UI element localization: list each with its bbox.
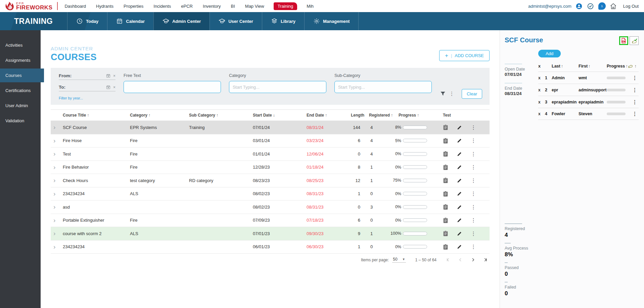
participant-row[interactable]: x 4 Fowler Steven ⋮ bbox=[538, 108, 639, 120]
expand-row-icon[interactable]: › bbox=[51, 125, 63, 130]
sidebar-item-user-admin[interactable]: User Admin bbox=[0, 99, 41, 113]
participant-menu-icon[interactable]: ⋮ bbox=[628, 87, 639, 93]
add-course-button[interactable]: + | ADD COURSE bbox=[439, 50, 490, 61]
course-row[interactable]: › Test Fire 01/01/24 12/06/24 0 4 0% ⋮ bbox=[51, 147, 490, 161]
col-sub-category[interactable]: Sub Category↑ bbox=[189, 113, 253, 118]
sidebar-item-validation[interactable]: Validation bbox=[0, 114, 41, 128]
test-clipboard-icon[interactable] bbox=[443, 177, 448, 183]
col-start-date[interactable]: Start Date↓ bbox=[253, 113, 307, 118]
col-end-date[interactable]: End Date↑ bbox=[307, 113, 350, 118]
expand-row-icon[interactable]: › bbox=[51, 151, 63, 156]
user-email[interactable]: admintst@eprsys.com bbox=[528, 4, 571, 9]
next-page-button[interactable] bbox=[470, 257, 476, 263]
filter-menu-icon[interactable]: ⋮ bbox=[449, 91, 454, 97]
category-input[interactable] bbox=[229, 81, 326, 93]
first-page-button[interactable] bbox=[445, 257, 451, 263]
from-date-field[interactable]: From: × bbox=[59, 73, 116, 80]
participant-row[interactable]: x 3 eprapiadmin eprapiadmin ⋮ bbox=[538, 96, 639, 108]
sidebar-item-courses[interactable]: Courses bbox=[0, 69, 44, 82]
test-clipboard-icon[interactable] bbox=[443, 230, 448, 236]
edit-pencil-icon[interactable] bbox=[457, 178, 462, 183]
participant-menu-icon[interactable]: ⋮ bbox=[628, 99, 639, 105]
edit-pencil-icon[interactable] bbox=[457, 165, 462, 170]
home-icon[interactable] bbox=[610, 2, 617, 10]
expand-row-icon[interactable]: › bbox=[51, 191, 63, 196]
row-menu-icon[interactable]: ⋮ bbox=[471, 177, 476, 184]
last-page-button[interactable] bbox=[482, 257, 488, 263]
epr-fireworks-logo[interactable]: EPR FIREWORKS bbox=[5, 1, 52, 11]
logout-button[interactable]: Log Out bbox=[623, 4, 639, 9]
expand-row-icon[interactable]: › bbox=[51, 231, 63, 236]
filter-by-year-link[interactable]: Filter by year... bbox=[59, 96, 116, 100]
calendar-icon[interactable] bbox=[106, 74, 110, 78]
col-first[interactable]: First↑ bbox=[579, 64, 607, 69]
edit-pencil-icon[interactable] bbox=[457, 231, 462, 236]
course-row[interactable]: › Portable Extinguisher Fire 07/09/23 07… bbox=[51, 214, 490, 227]
top-nav-item[interactable]: Dashboard bbox=[64, 3, 87, 10]
pdf-export-icon[interactable]: PDF bbox=[619, 36, 628, 45]
top-nav-item[interactable]: BI bbox=[230, 3, 236, 10]
col-last[interactable]: Last↑ bbox=[552, 64, 579, 69]
course-row[interactable]: › asd 08/02/23 08/31/23 0 3 0% ⋮ bbox=[51, 201, 490, 214]
module-tab-today[interactable]: Today bbox=[67, 12, 107, 30]
expand-row-icon[interactable]: › bbox=[51, 165, 63, 170]
test-clipboard-icon[interactable] bbox=[443, 244, 448, 250]
user-avatar-icon[interactable] bbox=[576, 2, 583, 10]
course-row[interactable]: › 234234234 06/01/23 06/30/23 1 0 0% ⋮ bbox=[51, 240, 490, 254]
participant-menu-icon[interactable]: ⋮ bbox=[628, 111, 639, 117]
previous-page-button[interactable] bbox=[458, 257, 463, 263]
remove-participant-icon[interactable]: x bbox=[538, 88, 545, 92]
test-clipboard-icon[interactable] bbox=[443, 191, 448, 197]
remove-participant-icon[interactable]: x bbox=[538, 76, 545, 80]
sign-off-hand-icon[interactable] bbox=[630, 36, 639, 45]
row-menu-icon[interactable]: ⋮ bbox=[471, 151, 476, 157]
free-text-input[interactable] bbox=[124, 81, 221, 93]
add-participant-button[interactable]: Add bbox=[538, 50, 561, 57]
course-row[interactable]: › Fire Behavior Fire 12/28/23 01/18/24 8… bbox=[51, 161, 490, 174]
row-menu-icon[interactable]: ⋮ bbox=[471, 137, 476, 144]
remove-participant-icon[interactable]: x bbox=[538, 112, 545, 116]
row-menu-icon[interactable]: ⋮ bbox=[471, 190, 476, 197]
top-nav-item[interactable]: Mih bbox=[306, 3, 314, 10]
row-menu-icon[interactable]: ⋮ bbox=[471, 230, 476, 237]
remove-participant-icon[interactable]: x bbox=[538, 100, 545, 104]
participant-row[interactable]: x 2 epr adminsupport ⋮ bbox=[538, 84, 639, 96]
expand-row-icon[interactable]: › bbox=[51, 205, 63, 209]
col-course-title[interactable]: Course Title↑ bbox=[63, 113, 130, 118]
module-tab-admin-center[interactable]: Admin Center bbox=[153, 12, 210, 30]
edit-pencil-icon[interactable] bbox=[457, 205, 462, 210]
expand-row-icon[interactable]: › bbox=[51, 245, 63, 249]
course-row[interactable]: › course with scorm 2 ALS 07/01/23 09/30… bbox=[51, 227, 490, 240]
course-row[interactable]: › Check Hours test category RD category … bbox=[51, 174, 490, 187]
row-menu-icon[interactable]: ⋮ bbox=[471, 217, 476, 223]
top-nav-item[interactable]: Training bbox=[274, 2, 297, 10]
row-menu-icon[interactable]: ⋮ bbox=[471, 244, 476, 250]
check-circle-icon[interactable] bbox=[587, 2, 594, 10]
participant-menu-icon[interactable]: ⋮ bbox=[628, 75, 639, 81]
test-clipboard-icon[interactable] bbox=[443, 217, 448, 223]
module-tab-user-center[interactable]: User Center bbox=[210, 12, 262, 30]
clear-from-date-icon[interactable]: × bbox=[113, 74, 116, 78]
row-menu-icon[interactable]: ⋮ bbox=[471, 164, 476, 170]
expand-row-icon[interactable]: › bbox=[51, 178, 63, 183]
module-tab-management[interactable]: Management bbox=[304, 12, 359, 30]
expand-row-icon[interactable]: › bbox=[51, 138, 63, 143]
edit-pencil-icon[interactable] bbox=[457, 138, 462, 143]
sidebar-item-assignments[interactable]: Assignments bbox=[0, 53, 41, 67]
top-nav-item[interactable]: Hydrants bbox=[95, 3, 114, 10]
edit-pencil-icon[interactable] bbox=[457, 218, 462, 223]
course-row[interactable]: › Fire Hose Fire 03/01/24 03/23/24 6 4 5… bbox=[51, 134, 490, 148]
col-registered[interactable]: Registered↑ bbox=[369, 113, 388, 118]
col-progress[interactable]: Progress↑ bbox=[388, 113, 438, 118]
calendar-icon[interactable] bbox=[106, 85, 110, 89]
items-per-page-select[interactable]: 50 ▼ bbox=[392, 257, 406, 263]
expand-row-icon[interactable]: › bbox=[51, 218, 63, 223]
clear-filters-button[interactable]: Clear bbox=[462, 89, 482, 99]
clear-to-date-icon[interactable]: × bbox=[113, 85, 116, 90]
edit-pencil-icon[interactable] bbox=[457, 191, 462, 196]
sidebar-item-certifications[interactable]: Certifications bbox=[0, 84, 41, 97]
participant-row[interactable]: x 1 Admin wmt ⋮ bbox=[538, 72, 639, 84]
top-nav-item[interactable]: Inventory bbox=[202, 3, 221, 10]
edit-pencil-icon[interactable] bbox=[457, 125, 462, 130]
module-tab-library[interactable]: Library bbox=[262, 12, 304, 30]
